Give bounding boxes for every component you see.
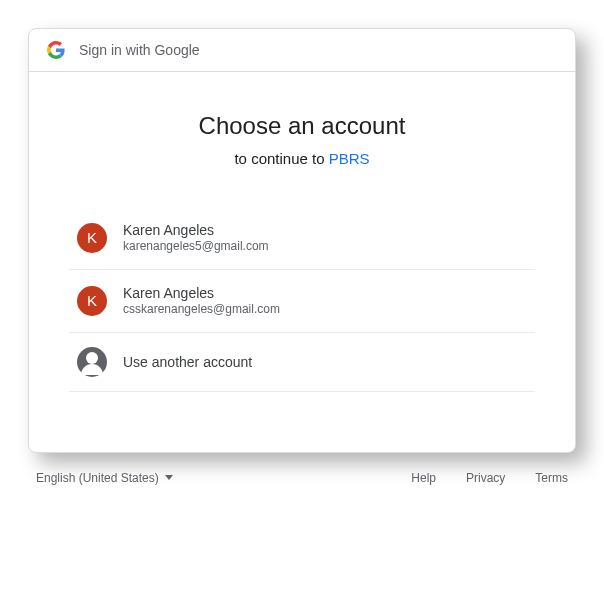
card-content: Choose an account to continue to PBRS K … — [29, 72, 575, 452]
use-another-account[interactable]: Use another account — [69, 333, 535, 392]
card-header: Sign in with Google — [29, 29, 575, 72]
signin-card: Sign in with Google Choose an account to… — [28, 28, 576, 453]
account-item[interactable]: K Karen Angeles csskarenangeles@gmail.co… — [69, 270, 535, 333]
privacy-link[interactable]: Privacy — [466, 471, 505, 485]
account-email: karenangeles5@gmail.com — [123, 239, 527, 255]
account-name: Karen Angeles — [123, 284, 527, 302]
footer: English (United States) Help Privacy Ter… — [28, 453, 576, 485]
help-link[interactable]: Help — [411, 471, 436, 485]
language-label: English (United States) — [36, 471, 159, 485]
terms-link[interactable]: Terms — [535, 471, 568, 485]
subtitle-prefix: to continue to — [234, 150, 328, 167]
avatar: K — [77, 223, 107, 253]
page-subtitle: to continue to PBRS — [69, 150, 535, 167]
account-item[interactable]: K Karen Angeles karenangeles5@gmail.com — [69, 207, 535, 270]
account-info: Karen Angeles karenangeles5@gmail.com — [123, 221, 527, 255]
other-account-label: Use another account — [123, 354, 252, 370]
person-icon — [77, 347, 107, 377]
app-link[interactable]: PBRS — [329, 150, 370, 167]
account-name: Karen Angeles — [123, 221, 527, 239]
header-title: Sign in with Google — [79, 42, 200, 58]
avatar: K — [77, 286, 107, 316]
page-title: Choose an account — [69, 112, 535, 140]
account-list: K Karen Angeles karenangeles5@gmail.com … — [69, 207, 535, 392]
google-logo-icon — [47, 41, 65, 59]
footer-links: Help Privacy Terms — [411, 471, 568, 485]
language-selector[interactable]: English (United States) — [36, 471, 173, 485]
chevron-down-icon — [165, 475, 173, 480]
account-email: csskarenangeles@gmail.com — [123, 302, 527, 318]
account-info: Karen Angeles csskarenangeles@gmail.com — [123, 284, 527, 318]
